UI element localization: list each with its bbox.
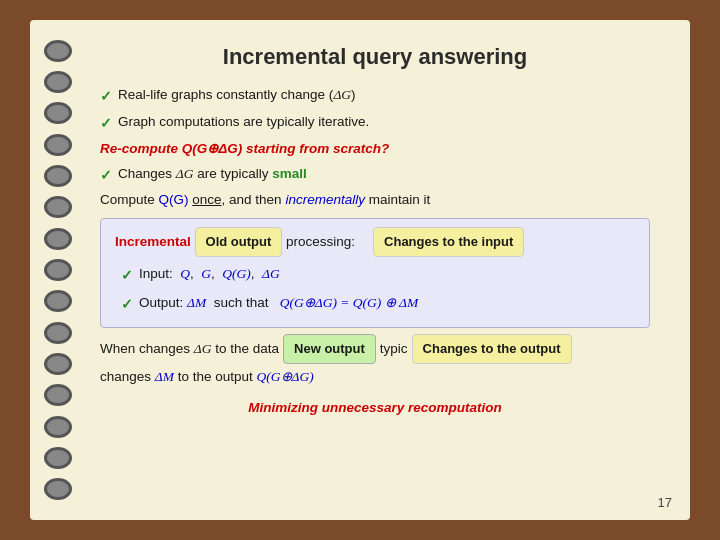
spiral-ring [44,384,72,406]
checkmark-2: ✓ [100,112,112,136]
minimizing-text: Minimizing unnecessary recomputation [248,400,502,415]
checkmark-3: ✓ [100,164,112,188]
spiral-ring [44,134,72,156]
when-changes-line: When changes ΔG to the data New output t… [100,334,650,364]
spiral-ring [44,71,72,93]
bullet-2-text: Graph computations are typically iterati… [118,111,369,134]
checkmark-1: ✓ [100,85,112,109]
bullet-1: ✓ Real-life graphs constantly change (ΔG… [100,84,650,109]
spiral-ring [44,165,72,187]
output-text: Output: ΔM such that Q(G⊕ΔG) = Q(G) ⊕ ΔM [139,292,418,315]
minimizing-line: Minimizing unnecessary recomputation [100,397,650,420]
slide: Incremental query answering ✓ Real-life … [30,20,690,520]
spiral-ring [44,322,72,344]
recompute-line: Re-compute Q(G⊕ΔG) starting from scratch… [100,138,650,161]
page-number: 17 [658,495,672,510]
spiral-ring [44,447,72,469]
output-line: ✓ Output: ΔM such that Q(G⊕ΔG) = Q(G) ⊕ … [121,292,635,317]
recompute-text: Re-compute Q(G⊕ΔG) starting from scratch… [100,141,389,156]
spiral-ring [44,102,72,124]
incremental-section: Incremental Old output processing: Chang… [100,218,650,328]
spiral-binding [30,20,85,520]
spiral-ring [44,196,72,218]
compute-line: Compute Q(G) once, and then incrementall… [100,189,650,212]
when-text: When changes ΔG to the data [100,338,279,361]
incremental-section-header: Incremental Old output processing: Chang… [115,227,635,257]
changes-delta-line: changes ΔM to the output Q(G⊕ΔG) [100,366,650,389]
slide-title: Incremental query answering [100,44,650,70]
bullet-3-text: Changes ΔG are typically small [118,163,307,186]
bullet-1-text: Real-life graphs constantly change (ΔG) [118,84,356,107]
incremental-label: Incremental Old output processing: [115,227,355,257]
spiral-ring [44,478,72,500]
changes-input-box: Changes to the input [373,227,524,257]
checkmark-output: ✓ [121,293,133,317]
spiral-ring [44,353,72,375]
bullet-2: ✓ Graph computations are typically itera… [100,111,650,136]
spiral-ring [44,290,72,312]
spiral-ring [44,40,72,62]
old-output-box: Old output [195,227,283,257]
spiral-ring [44,259,72,281]
bullet-3: ✓ Changes ΔG are typically small [100,163,650,188]
changes-output-box: Changes to the output [412,334,572,364]
input-text: Input: Q, G, Q(G), ΔG [139,263,280,286]
checkmark-input: ✓ [121,264,133,288]
spiral-ring [44,416,72,438]
input-line: ✓ Input: Q, G, Q(G), ΔG [121,263,635,288]
spiral-ring [44,228,72,250]
slide-content: ✓ Real-life graphs constantly change (ΔG… [100,84,650,420]
new-output-box: New output [283,334,376,364]
typical-text: typic [380,338,408,361]
